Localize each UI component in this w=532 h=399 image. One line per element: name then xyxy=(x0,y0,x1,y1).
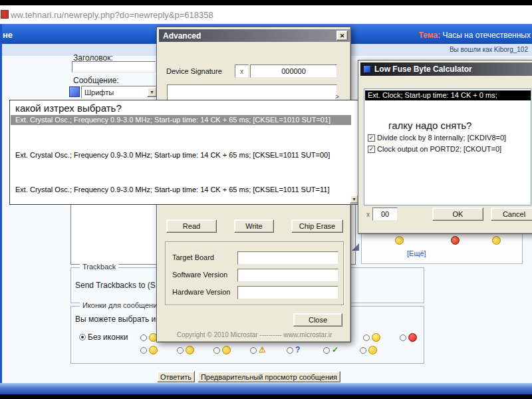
fuse-option[interactable]: Ext. Crystal Osc.; Frequency 0.9-3.0 MHz… xyxy=(15,186,329,194)
checkbox-checked-icon[interactable]: ✓ xyxy=(368,134,375,142)
trackback-legend: Trackback xyxy=(80,263,118,271)
copyright-text: Copyright © 2010 Microstar ---------- ww… xyxy=(165,331,344,338)
icon-option xyxy=(360,346,377,354)
software-version-label: Software Version xyxy=(172,271,227,279)
smiley-icon xyxy=(368,346,377,354)
site-favicon-icon xyxy=(1,10,9,19)
calculator-dialog: Low Fuse Byte Calculator Ext. Clock; Sta… xyxy=(358,60,532,234)
read-button[interactable]: Read xyxy=(166,219,217,233)
title-input[interactable] xyxy=(72,61,156,72)
fonts-select[interactable]: Шрифты ▼ xyxy=(81,86,158,98)
icon-radio[interactable] xyxy=(363,334,370,341)
hardware-version-label: Hardware Version xyxy=(172,288,230,296)
header-left-text: не xyxy=(3,30,13,40)
smiley-icon[interactable] xyxy=(395,236,404,245)
target-board-field[interactable] xyxy=(237,251,338,265)
software-version-field[interactable] xyxy=(237,269,338,282)
no-icon-radio[interactable] xyxy=(79,334,86,340)
icon-option xyxy=(140,333,158,342)
icon-radio[interactable] xyxy=(323,347,330,354)
device-signature-field[interactable]: 000000 xyxy=(250,65,337,78)
calculator-annotation: галку надо снять? xyxy=(388,120,471,131)
ckdiv8-label: Divide clock by 8 internally; [CKDIV8=0] xyxy=(377,134,506,142)
close-button[interactable]: ✕ xyxy=(336,31,348,41)
icon-option xyxy=(213,346,231,354)
left-window-border xyxy=(0,24,2,383)
close-action-button[interactable]: Close xyxy=(293,313,342,327)
clock-option-selected[interactable]: Ext. Clock; Start-up time: 14 CK + 0 ms; xyxy=(365,90,531,100)
smiley-icon[interactable] xyxy=(492,236,501,245)
chevron-down-icon[interactable]: ▼ xyxy=(147,87,157,97)
bottom-status-bar xyxy=(0,383,532,394)
icon-radio[interactable] xyxy=(140,334,147,341)
device-signature-label: Device Signature xyxy=(166,67,222,75)
chip-erase-button[interactable]: Chip Erase xyxy=(291,219,343,233)
fuse-dropdown-list: какой изтрех выбрать? Ext. Crystal Osc.;… xyxy=(9,100,360,205)
address-bar: ww.tehnari.ru/newreply.php?do=newreply&p… xyxy=(0,5,532,24)
ok-button[interactable]: OK xyxy=(432,207,483,221)
url-text[interactable]: ww.tehnari.ru/newreply.php?do=newreply&p… xyxy=(11,10,213,20)
icon-radio[interactable] xyxy=(360,347,366,354)
ckdiv8-option: ✓ Divide clock by 8 internally; [CKDIV8=… xyxy=(368,134,506,142)
icon-radio[interactable] xyxy=(213,347,220,354)
icon-option xyxy=(400,333,417,342)
fuse-option[interactable]: Ext. Crystal Osc.; Frequency 0.9-3.0 MHz… xyxy=(15,151,330,159)
icon-radio[interactable] xyxy=(287,347,293,354)
trackback-text: Send Trackbacks to (S xyxy=(75,281,156,290)
reply-button[interactable]: Ответить xyxy=(157,371,195,382)
screen: ww.tehnari.ru/newreply.php?do=newreply&p… xyxy=(0,0,532,399)
editor-toolbar-icon[interactable] xyxy=(69,86,80,97)
dropdown-annotation: какой изтрех выбрать? xyxy=(15,102,122,114)
checkbox-checked-icon[interactable]: ✓ xyxy=(368,146,375,153)
topic-text: Тема: Часы на отечественных xyxy=(418,31,531,40)
fonts-select-label: Шрифты xyxy=(84,88,114,96)
icon-option: ? xyxy=(287,346,300,354)
version-groupbox: Target Board Software Version Hardware V… xyxy=(165,241,344,305)
icon-radio[interactable] xyxy=(250,347,257,354)
write-button[interactable]: Write xyxy=(234,219,274,233)
angry-smiley-icon xyxy=(408,333,417,342)
icon-option xyxy=(177,346,194,354)
fuse-option-selected[interactable]: Ext. Crystal Osc.; Frequency 0.9-3.0 MHz… xyxy=(11,115,351,125)
devil-smiley-icon[interactable] xyxy=(451,236,460,245)
ckout-option: ✓ Clock output on PORTD2; [CKOUT=0] xyxy=(368,145,501,153)
warning-icon: ⚠ xyxy=(259,346,266,354)
topic-label: Тема: xyxy=(418,31,440,40)
smilies-panel: [Ещё] xyxy=(361,232,523,264)
check-icon: ✓ xyxy=(332,346,338,354)
no-icon-option: Без иконки xyxy=(79,332,128,342)
no-icon-label: Без иконки xyxy=(88,332,128,342)
icon-radio[interactable] xyxy=(140,347,147,354)
message-icons-legend: Иконки для сообщений xyxy=(80,301,164,309)
advanced-dialog-title: Advanced xyxy=(163,31,201,41)
calculator-listbox: Ext. Clock; Start-up time: 14 CK + 0 ms;… xyxy=(364,88,531,205)
icon-option xyxy=(363,333,380,342)
smiley-icon xyxy=(222,346,231,354)
icon-option: ✓ xyxy=(323,346,338,354)
ckout-label: Clock output on PORTD2; [CKOUT=0] xyxy=(377,145,501,153)
icon-radio[interactable] xyxy=(177,347,184,354)
target-board-label: Target Board xyxy=(172,253,214,261)
fuse-combobox[interactable] xyxy=(167,84,337,100)
preview-button[interactable]: Предварительный просмотр сообщения xyxy=(198,371,340,382)
message-label: Сообщение: xyxy=(73,76,119,85)
hex-value-field[interactable]: 00 xyxy=(372,207,398,221)
advanced-dialog-titlebar[interactable]: Advanced ✕ xyxy=(159,29,350,42)
smiley-icon xyxy=(149,346,158,354)
app-icon xyxy=(363,65,371,73)
smiley-icon xyxy=(372,333,380,342)
more-smilies-link[interactable]: [Ещё] xyxy=(407,249,426,257)
calculator-titlebar[interactable]: Low Fuse Byte Calculator xyxy=(360,63,532,76)
smiley-icon xyxy=(186,346,194,354)
cancel-button[interactable]: Cancel xyxy=(491,207,532,221)
icon-option: ⚠ xyxy=(250,346,266,354)
topic-value: Часы на отечественных xyxy=(442,31,531,40)
icon-radio[interactable] xyxy=(400,334,406,341)
top-black-bar xyxy=(0,0,532,5)
resize-grip-icon[interactable] xyxy=(352,243,359,251)
icon-option xyxy=(140,346,158,354)
hex-prefix-box: x xyxy=(235,65,249,78)
hardware-version-field[interactable] xyxy=(237,286,338,299)
hex-prefix-label: x xyxy=(366,211,370,218)
question-icon: ? xyxy=(295,346,300,354)
